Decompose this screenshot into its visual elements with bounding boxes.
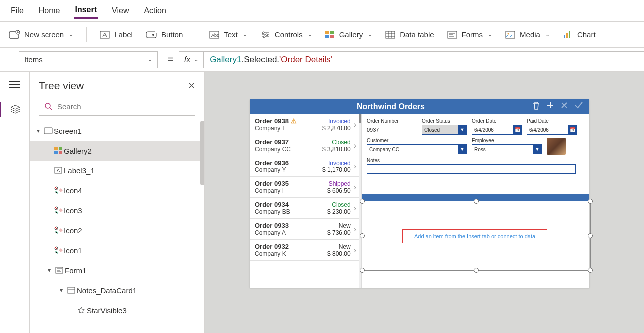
- svg-rect-20: [569, 31, 570, 38]
- text-icon: Abc: [209, 31, 219, 39]
- svg-rect-18: [564, 35, 565, 38]
- app-title: Northwind Orders: [250, 102, 532, 111]
- plus-icon[interactable]: [546, 101, 554, 113]
- property-selector[interactable]: Items⌄: [19, 51, 158, 68]
- menu-file[interactable]: File: [10, 3, 25, 18]
- svg-point-21: [45, 103, 50, 108]
- button-button[interactable]: Button: [146, 30, 183, 39]
- trash-icon[interactable]: [532, 101, 540, 113]
- order-list[interactable]: Order 0938 ⚠Company TInvoiced$ 2,870.00›…: [250, 114, 362, 288]
- svg-point-8: [266, 34, 268, 36]
- tree-node-label3-1[interactable]: Label3_1: [30, 161, 204, 180]
- tree-view-title: Tree view: [39, 80, 84, 92]
- data-table-button[interactable]: Data table: [385, 30, 434, 39]
- tree-node-starvisible3[interactable]: StarVisible3: [30, 300, 204, 320]
- svg-rect-13: [330, 35, 334, 38]
- app-header: Northwind Orders: [250, 99, 589, 114]
- chevron-right-icon: ›: [354, 204, 356, 213]
- label-paid-date: Paid Date: [527, 118, 577, 124]
- chevron-right-icon: ›: [354, 141, 356, 150]
- label-button[interactable]: Label: [100, 30, 133, 39]
- svg-point-4: [152, 34, 154, 36]
- svg-rect-19: [566, 33, 568, 38]
- input-notes[interactable]: [367, 164, 576, 174]
- cancel-icon[interactable]: [560, 101, 568, 113]
- label-order-status: Order Status: [422, 118, 467, 124]
- svg-point-17: [508, 33, 509, 34]
- warning-icon: ⚠: [291, 117, 297, 125]
- controls-icon: [260, 31, 270, 39]
- tree-node-icon3[interactable]: Icon3: [30, 200, 204, 220]
- select-employee[interactable]: Ross▼: [472, 144, 542, 154]
- order-row[interactable]: Order 0936Company YInvoiced$ 1,170.00›: [250, 156, 361, 177]
- svg-rect-26: [59, 151, 62, 154]
- menu-insert[interactable]: Insert: [74, 2, 98, 19]
- order-row[interactable]: Order 0937Company CCClosed$ 3,810.00›: [250, 135, 361, 156]
- tree-node-icon1[interactable]: Icon1: [30, 240, 204, 260]
- input-order-date[interactable]: 6/4/2006📅: [472, 125, 522, 135]
- check-icon[interactable]: [574, 101, 583, 113]
- svg-rect-12: [325, 35, 329, 38]
- media-dropdown[interactable]: Media⌄: [505, 30, 550, 39]
- gallery-icon: [325, 31, 335, 39]
- label-customer: Customer: [367, 138, 467, 143]
- employee-avatar: [547, 138, 566, 155]
- tree-node-screen1[interactable]: ▾ Screen1: [30, 121, 204, 141]
- input-paid-date[interactable]: 6/4/2006📅: [527, 125, 577, 135]
- ribbon: New screen⌄ Label Button Abc Text⌄ Contr…: [0, 22, 644, 48]
- menu-view[interactable]: View: [111, 3, 130, 18]
- order-detail-form: Order Number 0937 Order Status Closed▼ O…: [362, 114, 589, 288]
- close-icon[interactable]: ✕: [188, 80, 195, 91]
- label-order-number: Order Number: [367, 118, 417, 124]
- label-employee: Employee: [472, 138, 542, 143]
- svg-rect-10: [325, 31, 329, 34]
- formula-bar: Items⌄ = fx⌄ Gallery1.Selected.'Order De…: [0, 48, 644, 72]
- app-screen: Northwind Orders: [250, 99, 589, 288]
- order-row[interactable]: Order 0935Company IShipped$ 606.50›: [250, 177, 361, 198]
- svg-rect-33: [68, 287, 75, 293]
- scrollbar-thumb[interactable]: [359, 114, 361, 123]
- search-input[interactable]: [39, 97, 195, 116]
- gallery-dropdown[interactable]: Gallery⌄: [325, 30, 373, 39]
- tree-node-notes-datacard1[interactable]: ▾ Notes_DataCard1: [30, 280, 204, 300]
- menu-bar: File Home Insert View Action: [0, 0, 644, 22]
- selected-gallery-control[interactable]: Add an item from the Insert tab or conne…: [362, 201, 591, 271]
- fx-button[interactable]: fx⌄: [179, 51, 204, 68]
- formula-input[interactable]: Gallery1.Selected.'Order Details': [204, 51, 644, 68]
- gallery-placeholder[interactable]: Add an item from the Insert tab or conne…: [402, 229, 547, 243]
- menu-home[interactable]: Home: [38, 3, 61, 18]
- canvas[interactable]: Northwind Orders: [205, 72, 644, 333]
- order-row[interactable]: Order 0938 ⚠Company TInvoiced$ 2,870.00›: [250, 114, 361, 135]
- select-customer[interactable]: Company CC▼: [367, 144, 467, 154]
- menu-action[interactable]: Action: [143, 3, 167, 18]
- new-screen-button[interactable]: New screen⌄: [9, 30, 73, 39]
- tree-view-rail-button[interactable]: [0, 102, 29, 117]
- connect-to-data-link[interactable]: connect to data: [498, 233, 535, 239]
- tree-node-icon4[interactable]: Icon4: [30, 180, 204, 200]
- tree-node-form1[interactable]: ▾ Form1: [30, 260, 204, 280]
- chevron-right-icon: ›: [354, 120, 356, 129]
- forms-dropdown[interactable]: Forms⌄: [447, 30, 493, 39]
- table-icon: [385, 31, 395, 39]
- order-row[interactable]: Order 0934Company BBClosed$ 230.00›: [250, 198, 361, 219]
- svg-rect-23: [54, 147, 58, 150]
- layers-icon: [10, 105, 21, 114]
- label-order-date: Order Date: [472, 118, 522, 124]
- tree-node-gallery2[interactable]: Gallery2: [30, 141, 204, 161]
- forms-icon: [447, 31, 457, 39]
- text-dropdown[interactable]: Abc Text⌄: [209, 30, 247, 39]
- svg-rect-22: [44, 128, 52, 134]
- controls-dropdown[interactable]: Controls⌄: [260, 30, 312, 39]
- scrollbar-thumb[interactable]: [200, 121, 204, 185]
- svg-rect-25: [54, 151, 58, 154]
- hamburger-icon[interactable]: [9, 79, 20, 90]
- chart-dropdown[interactable]: Chart: [563, 30, 596, 39]
- gallery-icon: [53, 147, 64, 154]
- order-row[interactable]: Order 0933Company ANew$ 736.00›: [250, 219, 361, 240]
- label-icon: [100, 31, 110, 39]
- tree-view-panel: Tree view ✕ ▾ Screen1 Gallery2: [30, 72, 205, 333]
- tree-node-icon2[interactable]: Icon2: [30, 220, 204, 240]
- order-row[interactable]: Order 0932Company KNew$ 800.00›: [250, 240, 361, 261]
- svg-rect-14: [386, 31, 395, 38]
- select-order-status[interactable]: Closed▼: [422, 125, 467, 135]
